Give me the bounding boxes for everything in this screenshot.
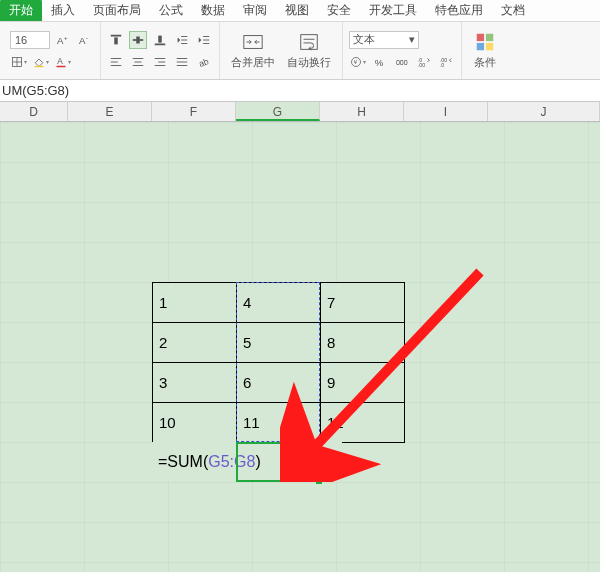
col-header-F[interactable]: F xyxy=(152,102,236,121)
formula-text-range: G5:G8 xyxy=(208,453,255,471)
decrease-indent-icon[interactable] xyxy=(173,31,191,49)
table-row: 3 6 9 xyxy=(153,363,405,403)
align-right-icon[interactable] xyxy=(151,53,169,71)
fill-color-icon[interactable]: ▾ xyxy=(32,53,50,71)
decrease-decimal-icon[interactable]: .00.0 xyxy=(437,53,455,71)
align-bottom-icon[interactable] xyxy=(151,31,169,49)
svg-text:¥: ¥ xyxy=(354,59,358,65)
formula-bar-text: UM(G5:G8) xyxy=(2,83,69,98)
col-header-G[interactable]: G xyxy=(236,102,320,121)
col-header-D[interactable]: D xyxy=(0,102,68,121)
align-middle-icon[interactable] xyxy=(129,31,147,49)
orientation-icon[interactable]: ab xyxy=(195,53,213,71)
formula-text-prefix: =SUM( xyxy=(158,453,208,471)
font-color-icon[interactable]: A▾ xyxy=(54,53,72,71)
svg-text:ab: ab xyxy=(198,56,211,69)
svg-rect-47 xyxy=(477,43,484,50)
justify-icon[interactable] xyxy=(173,53,191,71)
borders-icon[interactable]: ▾ xyxy=(10,53,28,71)
cell-G5[interactable]: 4 xyxy=(237,283,321,323)
number-format-select[interactable]: 文本 ▾ xyxy=(349,31,419,49)
increase-decimal-icon[interactable]: .0.00 xyxy=(415,53,433,71)
column-headers: D E F G H I J xyxy=(0,102,600,122)
cells-canvas[interactable]: 1 4 7 2 5 8 3 6 9 10 11 12 =SU xyxy=(0,122,600,572)
cell-H7[interactable]: 9 xyxy=(321,363,405,403)
tab-insert[interactable]: 插入 xyxy=(42,0,84,21)
svg-text:.0: .0 xyxy=(440,62,444,68)
table-row: 10 11 12 xyxy=(153,403,405,443)
col-header-H[interactable]: H xyxy=(320,102,404,121)
group-alignment: ab xyxy=(101,22,220,79)
tab-home[interactable]: 开始 xyxy=(0,0,42,21)
table-row: 2 5 8 xyxy=(153,323,405,363)
tab-review[interactable]: 审阅 xyxy=(234,0,276,21)
group-cond-format: 条件 xyxy=(462,22,508,79)
tab-formulas[interactable]: 公式 xyxy=(150,0,192,21)
conditional-format-label: 条件 xyxy=(474,55,496,70)
svg-text:+: + xyxy=(64,34,68,41)
group-font: 16 A+ A- ▾ ▾ A▾ xyxy=(4,22,101,79)
increase-indent-icon[interactable] xyxy=(195,31,213,49)
tab-view[interactable]: 视图 xyxy=(276,0,318,21)
svg-rect-11 xyxy=(114,37,118,44)
percent-icon[interactable]: % xyxy=(371,53,389,71)
merge-center-button[interactable]: 合并居中 xyxy=(226,25,280,76)
cell-H5[interactable]: 7 xyxy=(321,283,405,323)
group-number: 文本 ▾ ¥▾ % 000 .0.00 .00.0 xyxy=(343,22,462,79)
svg-text:A: A xyxy=(57,34,64,45)
svg-rect-13 xyxy=(136,36,140,43)
merge-center-label: 合并居中 xyxy=(231,55,275,70)
decrease-font-icon[interactable]: A- xyxy=(76,31,94,49)
tab-security[interactable]: 安全 xyxy=(318,0,360,21)
svg-rect-45 xyxy=(477,34,484,41)
data-range: 1 4 7 2 5 8 3 6 9 10 11 12 xyxy=(152,282,405,443)
wrap-text-button[interactable]: 自动换行 xyxy=(282,25,336,76)
ribbon-tabs: 开始 插入 页面布局 公式 数据 审阅 视图 安全 开发工具 特色应用 文档 xyxy=(0,0,600,22)
cell-F7[interactable]: 3 xyxy=(153,363,237,403)
cell-F9-formula[interactable]: =SUM(G5:G8) xyxy=(152,442,342,482)
tab-featured[interactable]: 特色应用 xyxy=(426,0,492,21)
conditional-format-button[interactable]: 条件 xyxy=(468,31,502,70)
svg-rect-36 xyxy=(301,35,318,50)
svg-rect-9 xyxy=(57,65,66,67)
table-row: 1 4 7 xyxy=(153,283,405,323)
align-top-icon[interactable] xyxy=(107,31,125,49)
align-center-icon[interactable] xyxy=(129,53,147,71)
col-header-J[interactable]: J xyxy=(488,102,600,121)
font-size-input[interactable]: 16 xyxy=(10,31,50,49)
currency-icon[interactable]: ¥▾ xyxy=(349,53,367,71)
cell-G7[interactable]: 6 xyxy=(237,363,321,403)
cell-F6[interactable]: 2 xyxy=(153,323,237,363)
cell-G8[interactable]: 11 xyxy=(237,403,321,443)
tab-document[interactable]: 文档 xyxy=(492,0,534,21)
increase-font-icon[interactable]: A+ xyxy=(54,31,72,49)
svg-rect-7 xyxy=(35,65,44,67)
cell-H8[interactable]: 12 xyxy=(321,403,405,443)
svg-rect-46 xyxy=(486,34,493,41)
svg-rect-48 xyxy=(486,43,493,50)
tab-data[interactable]: 数据 xyxy=(192,0,234,21)
col-header-E[interactable]: E xyxy=(68,102,152,121)
cell-F8[interactable]: 10 xyxy=(153,403,237,443)
col-header-I[interactable]: I xyxy=(404,102,488,121)
chevron-down-icon: ▾ xyxy=(409,33,415,46)
formula-text-suffix: ) xyxy=(255,453,260,471)
sheet-area: D E F G H I J 1 4 7 2 5 8 3 6 9 xyxy=(0,102,600,572)
tab-page-layout[interactable]: 页面布局 xyxy=(84,0,150,21)
formula-bar[interactable]: UM(G5:G8) xyxy=(0,80,600,102)
svg-text:%: % xyxy=(375,56,384,67)
svg-text:000: 000 xyxy=(396,58,408,65)
tab-developer[interactable]: 开发工具 xyxy=(360,0,426,21)
cell-H6[interactable]: 8 xyxy=(321,323,405,363)
svg-text:A: A xyxy=(79,34,86,45)
comma-style-icon[interactable]: 000 xyxy=(393,53,411,71)
group-merge-wrap: 合并居中 自动换行 xyxy=(220,22,343,79)
svg-text:.00: .00 xyxy=(418,62,425,68)
align-left-icon[interactable] xyxy=(107,53,125,71)
cell-G6[interactable]: 5 xyxy=(237,323,321,363)
svg-text:A: A xyxy=(57,57,63,66)
number-format-value: 文本 xyxy=(353,32,375,47)
svg-text:-: - xyxy=(86,34,88,41)
ribbon: 16 A+ A- ▾ ▾ A▾ xyxy=(0,22,600,80)
cell-F5[interactable]: 1 xyxy=(153,283,237,323)
